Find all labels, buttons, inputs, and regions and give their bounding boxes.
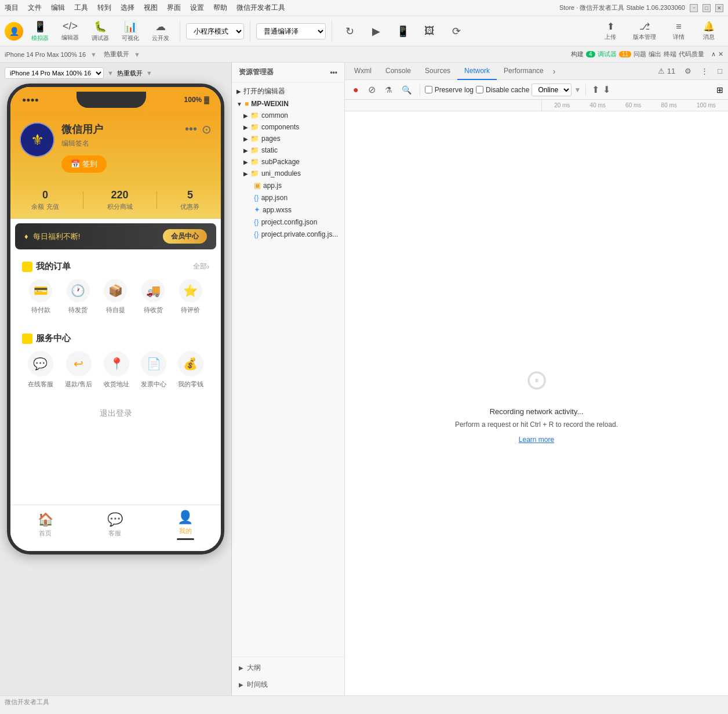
simulator-button[interactable]: 📱 模拟器: [27, 18, 53, 45]
preserve-log-label[interactable]: Preserve log: [425, 86, 474, 94]
menu-item-select[interactable]: 选择: [121, 3, 134, 13]
details-button[interactable]: ≡ 详情: [664, 19, 693, 44]
file-appjson[interactable]: {} app.json: [232, 191, 344, 204]
see-all-orders[interactable]: 全部 ›: [193, 262, 209, 271]
service-invoice[interactable]: 📄 发票中心: [141, 351, 166, 389]
filter-button[interactable]: ⚗: [381, 84, 396, 96]
folder-pages[interactable]: ▶ 📁 pages: [232, 133, 344, 144]
tab-debugger[interactable]: 调试器 11: [598, 50, 631, 59]
preserve-log-checkbox[interactable]: [425, 86, 432, 93]
stat-balance[interactable]: 0 余额 充值: [31, 189, 59, 211]
menu-item-devtools[interactable]: 微信开发者工具: [236, 3, 285, 13]
more-tabs-icon[interactable]: ›: [553, 67, 556, 76]
close-button[interactable]: ✕: [715, 4, 723, 12]
undock-icon[interactable]: □: [714, 65, 726, 77]
file-appwxss[interactable]: ✦ app.wxss: [232, 204, 344, 216]
nav-home[interactable]: 🏠 首页: [38, 512, 53, 538]
menu-item-tools[interactable]: 工具: [74, 3, 88, 13]
service-customer[interactable]: 💬 在线客服: [28, 351, 53, 389]
more-button[interactable]: •••: [185, 122, 197, 136]
nav-service[interactable]: 💬 客服: [107, 512, 123, 538]
menu-item-project[interactable]: 项目: [5, 3, 19, 13]
service-wallet[interactable]: 💰 我的零钱: [178, 351, 203, 389]
folder-unimodules[interactable]: ▶ 📁 uni_modules: [232, 168, 344, 179]
menu-item-help[interactable]: 帮助: [213, 3, 227, 13]
rotate-button[interactable]: ⟳: [445, 23, 468, 40]
root-folder[interactable]: ▼ ■ MP-WEIXIN: [232, 98, 344, 110]
order-pending-ship[interactable]: 🕐 待发货: [67, 279, 90, 314]
settings-icon[interactable]: ⚙: [681, 65, 695, 77]
search-button[interactable]: 🔍: [398, 84, 415, 96]
order-pending-pickup[interactable]: 📦 待自提: [104, 279, 127, 314]
play-button[interactable]: ▶: [365, 23, 388, 40]
member-center-button[interactable]: 会员中心: [163, 229, 207, 244]
upload-button[interactable]: ⬆ 上传: [596, 19, 625, 44]
record-button[interactable]: ⊙: [202, 122, 212, 136]
mode-select[interactable]: 小程序模式: [186, 23, 244, 39]
tab-issues[interactable]: 问题: [634, 50, 646, 59]
folder-subpackage[interactable]: ▶ 📁 subPackage: [232, 156, 344, 168]
refresh-button[interactable]: ↻: [338, 23, 361, 40]
disable-cache-checkbox[interactable]: [476, 86, 483, 93]
tab-terminal[interactable]: 终端: [664, 50, 676, 59]
screenshot-button[interactable]: 🖼: [418, 23, 441, 39]
restore-button[interactable]: □: [702, 4, 711, 12]
dt-tab-performance[interactable]: Performance: [497, 63, 551, 80]
timeline-item[interactable]: ▶ 时间线: [232, 676, 344, 693]
throttle-select[interactable]: Online: [532, 84, 572, 96]
more-options-icon[interactable]: ⋮: [697, 65, 712, 77]
menu-item-file[interactable]: 文件: [28, 3, 42, 13]
dt-tab-sources[interactable]: Sources: [418, 63, 457, 80]
dt-tab-wxml[interactable]: Wxml: [347, 63, 378, 80]
menu-item-view[interactable]: 视图: [144, 3, 158, 13]
warning-badge[interactable]: ⚠ 11: [654, 65, 679, 77]
import-button[interactable]: ⬆: [591, 83, 600, 96]
hotreload-toggle[interactable]: 热重载开: [117, 69, 143, 78]
menu-item-interface[interactable]: 界面: [167, 3, 181, 13]
editor-button[interactable]: </> 编辑器: [57, 18, 83, 44]
folder-components[interactable]: ▶ 📁 components: [232, 121, 344, 133]
tab-output[interactable]: 编出: [649, 50, 661, 59]
panel-collapse-icon[interactable]: ∧: [711, 50, 716, 58]
compile-select[interactable]: 普通编译泽: [256, 23, 326, 39]
logout-button[interactable]: 退出登录: [15, 400, 216, 427]
panel-close-icon[interactable]: ✕: [718, 50, 723, 58]
tab-quality[interactable]: 代码质量: [679, 50, 704, 59]
avatar[interactable]: 👤: [5, 22, 23, 41]
file-more-icon[interactable]: •••: [330, 68, 337, 77]
learn-more-link[interactable]: Learn more: [519, 436, 554, 444]
tab-build[interactable]: 构建 4: [571, 50, 595, 59]
folder-common[interactable]: ▶ 📁 common: [232, 110, 344, 121]
cloud-button[interactable]: ☁ 云开发: [147, 18, 174, 45]
stat-points[interactable]: 220 积分商城: [107, 189, 133, 211]
dt-tab-console[interactable]: Console: [378, 63, 418, 80]
device-selector[interactable]: iPhone 14 Pro Max 100% 16: [5, 51, 86, 58]
stat-coupons[interactable]: 5 优惠券: [180, 189, 199, 211]
service-refund[interactable]: ↩ 退款/售后: [65, 351, 92, 389]
menu-item-edit[interactable]: 编辑: [51, 3, 65, 13]
minimize-button[interactable]: －: [690, 4, 698, 12]
open-editors-section[interactable]: ▶ 打开的编辑器: [232, 85, 344, 98]
record-network-button[interactable]: ●: [350, 84, 362, 96]
filter-expand-icon[interactable]: ⊞: [716, 85, 723, 95]
export-button[interactable]: ⬇: [602, 83, 611, 96]
order-pending-pay[interactable]: 💳 待付款: [29, 279, 52, 314]
disable-cache-label[interactable]: Disable cache: [476, 86, 529, 94]
outline-item[interactable]: ▶ 大纲: [232, 659, 344, 676]
debugger-button[interactable]: 🐛 调试器: [87, 18, 114, 45]
version-button[interactable]: ⎇ 版本管理: [626, 19, 663, 44]
order-pending-receive[interactable]: 🚚 待收货: [141, 279, 165, 314]
service-address[interactable]: 📍 收货地址: [104, 351, 129, 389]
file-projectprivate[interactable]: {} project.private.config.js...: [232, 228, 344, 240]
member-banner[interactable]: ♦ 每日福利不断! 会员中心: [15, 223, 216, 249]
nav-mine[interactable]: 👤 我的: [177, 510, 194, 540]
checkin-button[interactable]: 📅 签到: [61, 155, 107, 173]
visual-button[interactable]: 📊 可视化: [117, 18, 144, 45]
stop-network-button[interactable]: ⊘: [365, 83, 379, 96]
file-projectconfig[interactable]: {} project.config.json: [232, 216, 344, 228]
phone-view-button[interactable]: 📱: [391, 23, 414, 40]
file-appjs[interactable]: ▣ app.js: [232, 179, 344, 191]
device-select[interactable]: iPhone 14 Pro Max 100% 16: [5, 67, 104, 79]
menu-item-settings[interactable]: 设置: [190, 3, 204, 13]
menu-item-goto[interactable]: 转到: [97, 3, 111, 13]
